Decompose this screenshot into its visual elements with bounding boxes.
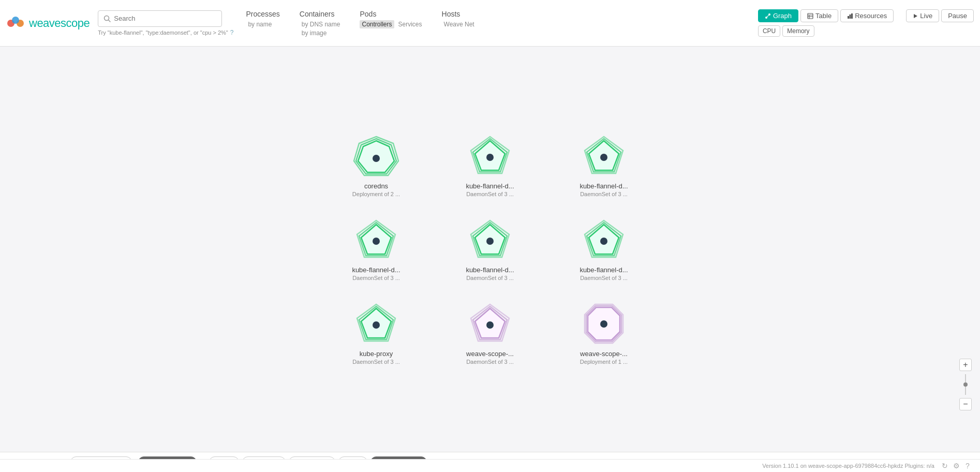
logo[interactable]: weavescope (6, 14, 90, 33)
node-kube-flannel-4[interactable]: kube-flannel-d... DaemonSet of 3 ... (449, 218, 531, 281)
nav-containers-byimage[interactable]: by image (300, 29, 343, 37)
node-kube-flannel-3-shape (353, 218, 399, 262)
zoom-in-button[interactable]: + (959, 359, 972, 371)
nav-hosts-title[interactable]: Hosts (440, 9, 477, 19)
node-coredns-label: coredns (364, 182, 388, 190)
graph-icon (765, 13, 771, 19)
node-kube-flannel-3-label: kube-flannel-d... (352, 266, 400, 274)
logo-text: weavescope (29, 17, 90, 30)
search-wrap: Try "kube-flannel", "type:daemonset", or… (98, 10, 233, 36)
help-version-icon[interactable]: ? (963, 462, 972, 470)
cpu-button[interactable]: CPU (758, 25, 780, 37)
nav-containers-title[interactable]: Containers (298, 9, 343, 19)
node-weave-scope-1-label: weave-scope-... (466, 350, 514, 358)
nav-processes: Processes by name (244, 9, 281, 28)
node-kube-flannel-1-shape (467, 134, 513, 178)
main: coredns Deployment of 2 ... kube-flannel… (0, 47, 980, 472)
header: weavescope Try "kube-flannel", "type:dae… (0, 0, 980, 47)
settings-icon[interactable]: ⚙ (952, 462, 960, 470)
svg-point-35 (486, 238, 494, 245)
node-kube-flannel-4-label: kube-flannel-d... (466, 266, 514, 274)
search-icon (103, 15, 111, 22)
node-coredns[interactable]: coredns Deployment of 2 ... (335, 134, 418, 197)
svg-point-43 (373, 321, 380, 329)
node-kube-proxy-label: kube-proxy (360, 350, 393, 358)
node-kube-flannel-5-label: kube-flannel-d... (580, 266, 628, 274)
node-kube-flannel-1[interactable]: kube-flannel-d... DaemonSet of 3 ... (449, 134, 531, 197)
svg-point-47 (486, 321, 494, 329)
svg-marker-15 (914, 14, 917, 18)
memory-label: Memory (787, 27, 809, 35)
zoom-out-button[interactable]: − (959, 398, 972, 410)
node-kube-flannel-3-sublabel: DaemonSet of 3 ... (352, 275, 400, 281)
node-weave-scope-1[interactable]: weave-scope-... DaemonSet of 3 ... (449, 302, 531, 365)
node-weave-scope-1-sublabel: DaemonSet of 3 ... (466, 359, 514, 365)
svg-rect-8 (808, 13, 813, 19)
graph-label: Graph (773, 12, 792, 20)
nav-hosts-weavenet[interactable]: Weave Net (442, 20, 477, 28)
nav-processes-byname[interactable]: by name (246, 20, 281, 28)
node-kube-flannel-5-sublabel: DaemonSet of 3 ... (580, 275, 628, 281)
svg-rect-14 (851, 13, 853, 19)
node-kube-flannel-2-shape (581, 134, 627, 178)
logo-icon (6, 14, 25, 33)
graph-area[interactable]: coredns Deployment of 2 ... kube-flannel… (0, 47, 980, 452)
node-kube-flannel-4-shape (467, 218, 513, 262)
pause-button[interactable]: Pause (941, 9, 974, 22)
svg-rect-13 (850, 14, 851, 19)
refresh-icon[interactable]: ↻ (941, 462, 949, 470)
search-input[interactable] (114, 14, 216, 22)
svg-line-7 (767, 15, 768, 17)
nav-pods-subs: Controllers Services (358, 20, 424, 28)
table-icon (807, 13, 813, 19)
node-kube-proxy[interactable]: kube-proxy DaemonSet of 3 ... (335, 302, 418, 365)
node-kube-flannel-1-label: kube-flannel-d... (466, 182, 514, 190)
nav-processes-title[interactable]: Processes (244, 9, 281, 19)
zoom-track (965, 374, 966, 395)
live-label: Live (920, 12, 932, 20)
svg-point-51 (600, 320, 607, 328)
version-bar: Version 1.10.1 on weave-scope-app-697988… (0, 459, 980, 472)
memory-button[interactable]: Memory (782, 25, 814, 37)
resources-button[interactable]: Resources (840, 9, 894, 22)
graph-button[interactable]: Graph (758, 9, 798, 22)
search-hint: Try "kube-flannel", "type:daemonset", or… (98, 29, 233, 36)
resources-icon (847, 13, 853, 19)
nav-hosts: Hosts Weave Net (440, 9, 477, 28)
node-weave-scope-2[interactable]: weave-scope-... Deployment of 1 ... (562, 302, 645, 365)
logo-text-weave: weave (29, 17, 61, 30)
search-box[interactable] (98, 10, 222, 27)
nav-pods-services[interactable]: Services (396, 20, 424, 28)
node-coredns-shape (353, 134, 399, 178)
node-weave-scope-1-shape (467, 302, 513, 346)
nav: Processes by name Containers by DNS name… (244, 5, 758, 41)
zoom-controls: + − (959, 359, 972, 410)
svg-rect-12 (848, 16, 849, 19)
nav-pods: Pods Controllers Services (358, 9, 424, 28)
svg-point-23 (486, 154, 494, 161)
help-icon[interactable]: ? (230, 29, 234, 36)
nav-pods-controllers[interactable]: Controllers (360, 20, 394, 28)
node-kube-flannel-5-shape (581, 218, 627, 262)
node-weave-scope-2-label: weave-scope-... (580, 350, 628, 358)
node-kube-flannel-3[interactable]: kube-flannel-d... DaemonSet of 3 ... (335, 218, 418, 281)
live-button[interactable]: Live (906, 9, 939, 22)
nav-containers: Containers by DNS name by image (298, 9, 343, 37)
svg-point-2 (12, 17, 19, 24)
nav-pods-title[interactable]: Pods (358, 9, 424, 19)
zoom-thumb (963, 382, 968, 387)
view-controls: Graph Table Resources CPU (758, 5, 974, 41)
node-kube-flannel-1-sublabel: DaemonSet of 3 ... (466, 191, 514, 197)
node-weave-scope-2-shape (581, 302, 627, 346)
node-kube-flannel-5[interactable]: kube-flannel-d... DaemonSet of 3 ... (562, 218, 645, 281)
table-button[interactable]: Table (800, 9, 838, 22)
version-icons: ↻ ⚙ ? (941, 462, 972, 470)
svg-line-4 (109, 20, 111, 22)
svg-point-19 (373, 155, 380, 162)
table-label: Table (815, 12, 831, 20)
nav-containers-bydns[interactable]: by DNS name (300, 20, 343, 28)
nav-containers-subs: by DNS name by image (298, 20, 343, 37)
node-kube-flannel-4-sublabel: DaemonSet of 3 ... (466, 275, 514, 281)
node-kube-flannel-2[interactable]: kube-flannel-d... DaemonSet of 3 ... (562, 134, 645, 197)
node-weave-scope-2-sublabel: Deployment of 1 ... (580, 359, 628, 365)
